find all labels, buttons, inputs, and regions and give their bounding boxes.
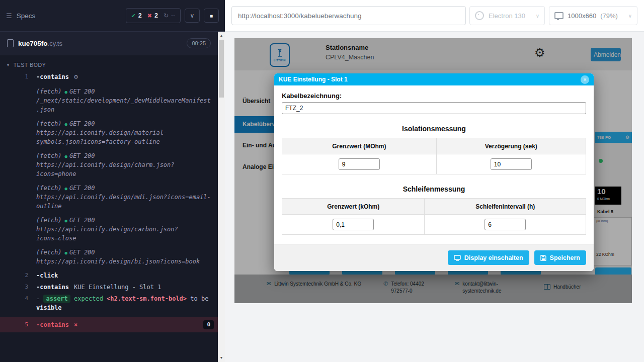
fetch-url: https://api.iconify.design/bi.json?icons… [36,257,214,266]
passed-count: 2 [138,12,142,19]
command-count-badge: 0 [203,320,214,330]
status-ok-dot-icon: ● [65,89,67,95]
status-ok-dot-icon: ● [65,218,67,223]
viewport-size: 1000x660 [568,12,596,20]
fetch-label: (fetch) [36,249,62,256]
column-header-schleifenintervall: Schleifenintervall (h) [425,199,586,215]
specs-label: Specs [17,12,36,20]
failed-x-icon: ✖ [147,13,152,19]
assert-selector: <h2.text-sm.font-bold> [107,295,187,302]
command-number: 3 [0,283,28,292]
status-ok-dot-icon: ● [65,154,67,159]
command-name: -contains [36,73,69,80]
status-ok-dot-icon: ● [65,122,67,127]
stop-icon: ■ [210,13,213,19]
verzoegerung-sek-input[interactable] [491,158,532,170]
save-button[interactable]: Speichern [534,250,586,265]
schleifenintervall-input[interactable] [485,219,526,230]
stop-run-button[interactable]: ■ [204,9,219,23]
fetch-status: GET 200 [69,185,95,192]
display-on-button[interactable]: Display einschalten [448,250,529,265]
viewport-zoom: (79%) [600,12,618,20]
test-stats[interactable]: ✔ 2 ✖ 2 ↻ -- [126,8,181,23]
modal-title: KUE Einstellung - Slot 1 [279,76,348,83]
command-contains-3[interactable]: 3 -containsKUE Einstellung - Slot 1 [0,282,218,293]
cypress-reporter-panel: ☰ Specs ✔ 2 ✖ 2 ↻ -- ∨ [0,0,225,362]
command-assert[interactable]: 4 - assert expected <h2.text-sm.font-bol… [0,293,218,313]
cable-designation-input[interactable] [282,102,586,114]
command-number: 5 [0,320,28,329]
pending-count: -- [171,12,175,19]
scroll-up-icon[interactable]: ▲ [220,33,223,38]
app-viewport: LITTWIN Stationsname CPLV4_Maschen ⚙ Abm… [234,38,632,303]
url-input[interactable] [231,6,466,25]
chevron-down-icon: ∨ [190,12,195,19]
section-label: TEST BODY [14,62,46,68]
isolation-table: Grenzwert (MOhm) Verzögerung (sek) [282,138,586,174]
command-number: 1 [0,72,28,81]
scrollbar-thumb[interactable] [219,40,224,98]
command-argument: KUE Einstellung - Slot 1 [74,284,161,291]
viewport-select[interactable]: 1000x660 (79%) ∨ [549,6,637,25]
specs-menu[interactable]: ☰ Specs [6,12,35,20]
spec-file-icon [7,39,14,47]
command-name: -contains [36,284,69,291]
command-options-gear-icon: ⚙ [73,74,78,80]
fetch-url: https://api.iconify.design/mdi.json?icon… [36,193,214,211]
fetch-label: (fetch) [36,120,62,127]
chevron-down-icon: ∨ [628,13,632,19]
scroll-down-icon[interactable]: ▼ [220,355,223,360]
log-fetch-entry[interactable]: (fetch)●GET 200 https://api.iconify.desi… [0,183,218,212]
browser-label: Electron 130 [489,12,525,20]
fetch-status: GET 200 [69,249,95,256]
command-contains-1[interactable]: 1 -contains⚙ [0,71,218,83]
status-ok-dot-icon: ● [65,250,67,255]
modal-footer: Display einschalten Speichern [274,244,594,271]
spec-name: kue705fo [18,40,48,47]
log-fetch-entry[interactable]: (fetch)●GET 200 https://api.iconify.desi… [0,118,218,147]
monitor-icon [454,255,461,261]
log-fetch-entry[interactable]: (fetch)●GET 200 https://api.iconify.desi… [0,247,218,267]
log-fetch-entry[interactable]: (fetch)●GET 200 /_next/static/developmen… [0,86,218,115]
grenzwert-kohm-input[interactable] [333,219,374,230]
command-number: 4 [0,294,28,303]
spec-timer: 00:25 [187,38,211,48]
test-body-section[interactable]: ▾ TEST BODY [0,55,218,71]
assert-expected: expected [74,295,103,302]
close-icon[interactable]: × [581,75,589,84]
schleifen-section-title: Schleifenmessung [282,185,586,193]
status-ok-dot-icon: ● [65,186,67,191]
aut-stage: LITTWIN Stationsname CPLV4_Maschen ⚙ Abm… [225,32,644,362]
floppy-save-icon [540,255,546,261]
failed-count: 2 [154,12,158,19]
isolation-section-title: Isolationsmessung [282,125,586,133]
command-name: -click [36,272,58,279]
command-contains-failed[interactable]: 5 -contains × 0 [0,317,218,333]
grenzwert-mohm-input[interactable] [339,158,380,170]
monitor-icon [554,12,564,19]
fetch-status: GET 200 [69,120,95,127]
browser-select[interactable]: Electron 130 ∨ [469,6,545,25]
spec-file-header[interactable]: kue705fo .cy.ts 00:25 [0,32,218,55]
browser-icon [475,11,484,20]
fetch-label: (fetch) [36,152,62,159]
fetch-status: GET 200 [69,88,95,95]
log-fetch-entry[interactable]: (fetch)●GET 200 https://api.iconify.desi… [0,150,218,179]
log-fetch-entry[interactable]: (fetch)●GET 200 https://api.iconify.desi… [0,215,218,244]
column-header-grenzwert-mohm: Grenzwert (MOhm) [282,138,437,154]
command-argument: × [74,320,77,329]
table-row [282,154,586,174]
fetch-status: GET 200 [69,217,95,224]
fetch-url: https://api.iconify.design/material-symb… [36,128,214,146]
command-click[interactable]: 2 -click [0,270,218,281]
cable-designation-label: Kabelbezeichnung: [282,92,586,100]
fetch-url: https://api.iconify.design/carbon.json?i… [36,225,214,243]
command-name: -contains [36,320,69,329]
collapse-tests-button[interactable]: ∨ [185,9,200,23]
aut-toolbar: Electron 130 ∨ 1000x660 (79%) ∨ [225,0,644,32]
assert-state: visible [36,304,62,311]
column-header-grenzwert-kohm: Grenzwert (kOhm) [282,199,425,215]
reporter-scrollbar[interactable]: ▲ ▼ [218,32,225,362]
fetch-label: (fetch) [36,88,62,95]
column-header-verzoegerung: Verzögerung (sek) [436,138,586,154]
